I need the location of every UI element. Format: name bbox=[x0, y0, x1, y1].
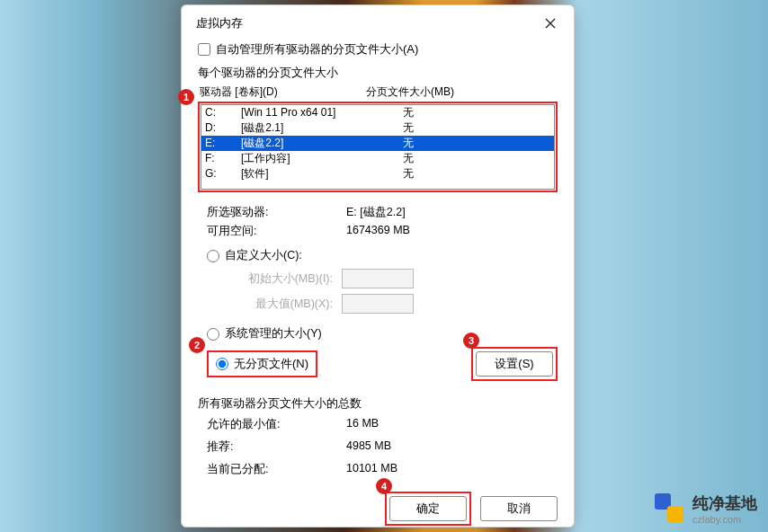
drive-list-highlight: C:[Win 11 Pro x64 01]无D:[磁盘2.1]无E:[磁盘2.2… bbox=[198, 102, 558, 192]
watermark-logo-icon bbox=[655, 493, 685, 524]
free-space-row: 可用空间: 1674369 MB bbox=[207, 224, 558, 239]
drive-paging-size: 无 bbox=[403, 120, 414, 136]
initial-size-label: 初始大小(MB)(I): bbox=[207, 271, 333, 287]
watermark: 纯净基地 czlaby.com bbox=[655, 492, 757, 525]
watermark-name: 纯净基地 bbox=[692, 494, 757, 512]
no-paging-label: 无分页文件(N) bbox=[234, 356, 308, 372]
initial-size-input[interactable] bbox=[342, 269, 414, 288]
no-paging-highlight: 无分页文件(N) bbox=[207, 350, 317, 377]
min-allowed-label: 允许的最小值: bbox=[207, 417, 346, 432]
drive-label: [软件] bbox=[241, 166, 403, 182]
drive-label: [工作内容] bbox=[241, 151, 403, 166]
initial-size-row: 初始大小(MB)(I): bbox=[207, 269, 558, 288]
header-paging-size: 分页文件大小(MB) bbox=[366, 84, 454, 100]
drive-paging-size: 无 bbox=[403, 151, 414, 166]
annotation-badge-4: 4 bbox=[376, 478, 392, 494]
current-alloc-row: 当前已分配: 10101 MB bbox=[207, 462, 558, 477]
drive-list[interactable]: C:[Win 11 Pro x64 01]无D:[磁盘2.1]无E:[磁盘2.2… bbox=[201, 104, 555, 190]
max-size-input[interactable] bbox=[342, 294, 414, 314]
annotation-badge-2: 2 bbox=[189, 337, 205, 353]
max-size-row: 最大值(MB)(X): bbox=[207, 294, 558, 314]
close-icon bbox=[545, 18, 556, 29]
max-size-label: 最大值(MB)(X): bbox=[207, 297, 333, 312]
list-headers: 驱动器 [卷标](D) 分页文件大小(MB) bbox=[198, 84, 558, 102]
no-paging-radio[interactable] bbox=[216, 358, 228, 370]
auto-manage-checkbox[interactable] bbox=[198, 43, 210, 56]
auto-manage-label: 自动管理所有驱动器的分页文件大小(A) bbox=[216, 41, 418, 58]
dialog-footer: 4 确定 取消 bbox=[198, 492, 558, 526]
recommended-label: 推荐: bbox=[207, 439, 346, 455]
no-paging-and-set-row: 2 无分页文件(N) 3 设置(S) bbox=[207, 347, 558, 381]
selected-drive-label: 所选驱动器: bbox=[207, 205, 346, 220]
drive-label: [磁盘2.2] bbox=[241, 136, 403, 151]
selected-drive-value: E: [磁盘2.2] bbox=[346, 205, 406, 220]
annotation-badge-3: 3 bbox=[463, 332, 479, 349]
drive-letter: E: bbox=[205, 136, 241, 151]
dialog-content: 自动管理所有驱动器的分页文件大小(A) 每个驱动器的分页文件大小 驱动器 [卷标… bbox=[182, 41, 574, 532]
drive-paging-size: 无 bbox=[403, 105, 414, 120]
free-space-value: 1674369 MB bbox=[346, 224, 410, 239]
set-button-highlight: 设置(S) bbox=[471, 347, 558, 381]
min-allowed-value: 16 MB bbox=[346, 417, 379, 432]
ok-button[interactable]: 确定 bbox=[389, 496, 467, 521]
free-space-label: 可用空间: bbox=[207, 224, 346, 239]
drive-letter: C: bbox=[205, 105, 241, 120]
current-alloc-label: 当前已分配: bbox=[207, 462, 346, 477]
drive-list-row[interactable]: D:[磁盘2.1]无 bbox=[201, 120, 554, 136]
system-managed-row: 系统管理的大小(Y) bbox=[207, 326, 558, 341]
drive-paging-size: 无 bbox=[403, 136, 414, 151]
custom-size-row: 自定义大小(C): bbox=[207, 248, 558, 263]
recommended-row: 推荐: 4985 MB bbox=[207, 439, 558, 455]
virtual-memory-dialog: 虚拟内存 自动管理所有驱动器的分页文件大小(A) 每个驱动器的分页文件大小 驱动… bbox=[181, 4, 575, 528]
current-alloc-value: 10101 MB bbox=[346, 462, 397, 477]
drive-list-row[interactable]: G:[软件]无 bbox=[201, 166, 554, 182]
auto-manage-row: 自动管理所有驱动器的分页文件大小(A) bbox=[198, 41, 558, 58]
header-drive: 驱动器 [卷标](D) bbox=[200, 84, 366, 100]
close-button[interactable] bbox=[538, 13, 563, 34]
drive-list-row[interactable]: C:[Win 11 Pro x64 01]无 bbox=[201, 105, 554, 120]
drive-letter: G: bbox=[205, 166, 241, 182]
annotation-badge-1: 1 bbox=[178, 89, 194, 105]
dialog-title: 虚拟内存 bbox=[196, 15, 243, 31]
drive-letter: D: bbox=[205, 120, 241, 136]
drive-label: [Win 11 Pro x64 01] bbox=[241, 105, 403, 120]
drive-paging-size: 无 bbox=[403, 166, 414, 182]
system-managed-label: 系统管理的大小(Y) bbox=[225, 326, 322, 341]
ok-button-highlight: 确定 bbox=[385, 492, 471, 526]
watermark-url: czlaby.com bbox=[692, 514, 757, 525]
totals-title: 所有驱动器分页文件大小的总数 bbox=[198, 395, 558, 412]
custom-size-label: 自定义大小(C): bbox=[225, 248, 302, 263]
titlebar: 虚拟内存 bbox=[182, 5, 574, 41]
system-managed-radio[interactable] bbox=[207, 328, 219, 341]
drive-letter: F: bbox=[205, 151, 241, 166]
selected-drive-row: 所选驱动器: E: [磁盘2.2] bbox=[207, 205, 558, 220]
drive-list-row[interactable]: F:[工作内容]无 bbox=[201, 151, 554, 166]
each-drive-section-title: 每个驱动器的分页文件大小 bbox=[198, 65, 558, 81]
min-allowed-row: 允许的最小值: 16 MB bbox=[207, 417, 558, 432]
drive-label: [磁盘2.1] bbox=[241, 120, 403, 136]
drive-list-row[interactable]: E:[磁盘2.2]无 bbox=[201, 136, 554, 151]
cancel-button[interactable]: 取消 bbox=[480, 496, 558, 521]
set-button[interactable]: 设置(S) bbox=[476, 351, 553, 377]
recommended-value: 4985 MB bbox=[346, 439, 391, 455]
custom-size-radio[interactable] bbox=[207, 250, 219, 262]
